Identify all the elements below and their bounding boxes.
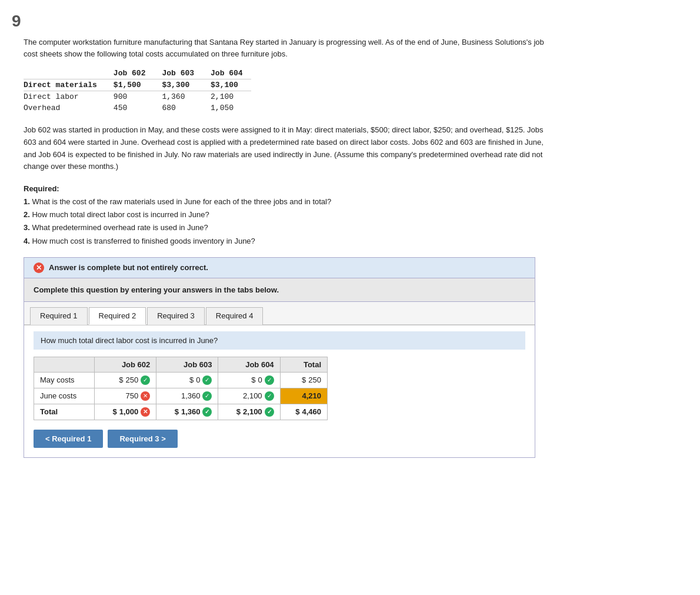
row-label: Total — [34, 404, 95, 420]
col-header-603: Job 603 — [154, 68, 202, 79]
data-table: Job 602Job 603Job 604Total May costs$250… — [34, 357, 328, 420]
data-cell-job602: $250✓ — [95, 372, 156, 388]
cost-cell: 680 — [154, 102, 202, 114]
page-number: 9 — [12, 12, 676, 31]
cost-cell: 2,100 — [202, 91, 251, 103]
tab-required-3[interactable]: Required 3 — [147, 307, 205, 325]
row-label: June costs — [34, 388, 95, 404]
col-header-2: Job 603 — [156, 357, 218, 372]
total-cell: $4,460 — [280, 404, 327, 420]
next-button[interactable]: Required 3 > — [108, 430, 177, 448]
cost-cell: 1,360 — [154, 91, 202, 103]
cost-cell: 1,050 — [202, 102, 251, 114]
check-icon: ✓ — [202, 375, 212, 385]
data-cell-job604: 2,100✓ — [218, 388, 280, 404]
data-cell-job602: $1,000✕ — [95, 404, 156, 420]
check-icon: ✓ — [265, 375, 274, 385]
cost-cell: 450 — [105, 102, 154, 114]
answer-status-text: Answer is complete but not entirely corr… — [49, 263, 208, 272]
data-cell-job603: $0✓ — [156, 372, 218, 388]
check-icon: ✓ — [265, 391, 274, 401]
data-cell-job603: $1,360✓ — [156, 404, 218, 420]
data-cell-job602: 750✕ — [95, 388, 156, 404]
cost-cell: Direct labor — [24, 91, 105, 103]
error-icon: ✕ — [141, 391, 150, 401]
col-header-4: Total — [280, 357, 327, 372]
table-row: Total$1,000✕$1,360✓$2,100✓$4,460 — [34, 404, 328, 420]
tab-required-1[interactable]: Required 1 — [30, 307, 88, 325]
tab-required-2[interactable]: Required 2 — [89, 307, 146, 325]
data-cell-job604: $0✓ — [218, 372, 280, 388]
answer-box: ✕ Answer is complete but not entirely co… — [24, 257, 535, 458]
col-header-3: Job 604 — [218, 357, 280, 372]
total-cell: $250 — [280, 372, 327, 388]
cost-cell: $3,100 — [202, 79, 251, 91]
col-header-1: Job 602 — [95, 357, 156, 372]
cost-cell: 900 — [105, 91, 154, 103]
check-icon: ✓ — [202, 391, 212, 401]
cost-cell: Direct materials — [24, 79, 105, 91]
check-icon: ✓ — [202, 407, 212, 417]
tab-content: How much total direct labor cost is incu… — [24, 325, 535, 457]
nav-buttons: < Required 1 Required 3 > — [34, 430, 525, 448]
cost-cell: $3,300 — [154, 79, 202, 91]
data-cell-job603: 1,360✓ — [156, 388, 218, 404]
table-row: May costs$250✓$0✓$0✓$250 — [34, 372, 328, 388]
status-error-icon: ✕ — [34, 262, 44, 273]
answer-status-bar: ✕ Answer is complete but not entirely co… — [24, 258, 535, 278]
required-item: 1. What is the cost of the raw materials… — [24, 195, 553, 208]
required-item: 3. What predetermined overhead rate is u… — [24, 221, 553, 234]
col-header-604: Job 604 — [202, 68, 251, 79]
intro-text: The computer workstation furniture manuf… — [24, 36, 553, 59]
col-header-602: Job 602 — [105, 68, 154, 79]
cost-cell: Overhead — [24, 102, 105, 114]
check-icon: ✓ — [141, 375, 150, 385]
tabs-row: Required 1Required 2Required 3Required 4 — [24, 302, 535, 325]
description-text: Job 602 was started in production in May… — [24, 124, 553, 173]
row-label: May costs — [34, 372, 95, 388]
col-header-0 — [34, 357, 95, 372]
tab-required-4[interactable]: Required 4 — [206, 307, 264, 325]
required-label: Required: — [24, 184, 59, 193]
check-icon: ✓ — [265, 407, 274, 417]
prev-button[interactable]: < Required 1 — [34, 430, 103, 448]
cost-cell: $1,500 — [105, 79, 154, 91]
error-icon: ✕ — [141, 407, 150, 417]
tab-question: How much total direct labor cost is incu… — [34, 331, 525, 350]
complete-message: Complete this question by entering your … — [24, 278, 535, 302]
required-section: Required: 1. What is the cost of the raw… — [24, 182, 553, 247]
total-cell: 4,210 — [280, 388, 327, 404]
data-cell-job604: $2,100✓ — [218, 404, 280, 420]
table-row: June costs750✕1,360✓2,100✓4,210 — [34, 388, 328, 404]
cost-table: Job 602 Job 603 Job 604 Direct materials… — [24, 68, 251, 114]
required-item: 2. How much total direct labor cost is i… — [24, 208, 553, 221]
required-item: 4. How much cost is transferred to finis… — [24, 235, 553, 248]
